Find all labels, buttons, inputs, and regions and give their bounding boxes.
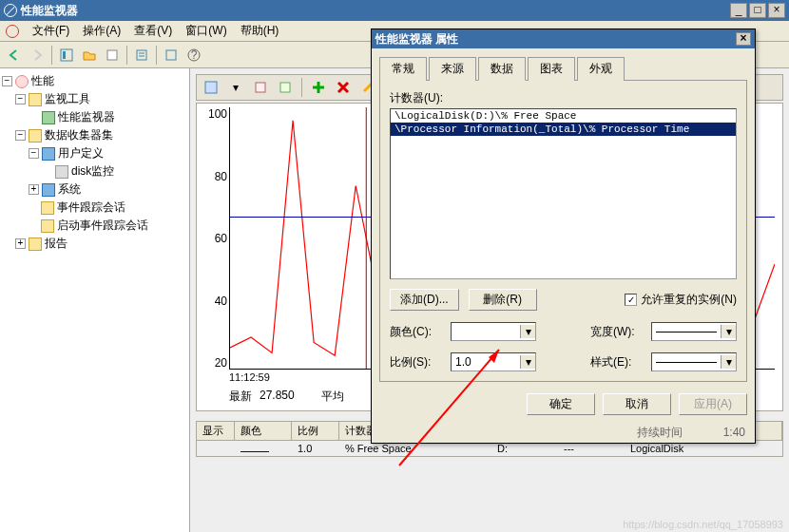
perf-root-icon bbox=[15, 75, 29, 88]
tree-perfmon[interactable]: 性能监视器 bbox=[58, 109, 115, 125]
svg-rect-6 bbox=[166, 50, 176, 60]
add-counter-button[interactable] bbox=[308, 77, 329, 98]
tab-data[interactable]: 数据 bbox=[478, 57, 526, 81]
tree-system[interactable]: 系统 bbox=[58, 181, 81, 198]
col-show[interactable]: 显示 bbox=[197, 422, 235, 440]
color-label: 颜色(C): bbox=[390, 324, 443, 340]
chevron-down-icon[interactable]: ▾ bbox=[721, 325, 736, 338]
allow-dup-checkbox[interactable]: ✓ 允许重复的实例(N) bbox=[625, 292, 737, 308]
menu-view[interactable]: 查看(V) bbox=[134, 23, 172, 39]
folder-icon bbox=[29, 238, 42, 251]
remove-button[interactable]: 删除(R) bbox=[469, 289, 537, 311]
user-defined-icon bbox=[42, 147, 55, 161]
app-icon bbox=[4, 4, 17, 17]
menu-action[interactable]: 操作(A) bbox=[83, 23, 121, 39]
menu-help[interactable]: 帮助(H) bbox=[241, 23, 279, 39]
menu-window[interactable]: 窗口(W) bbox=[185, 23, 226, 39]
maximize-button[interactable]: □ bbox=[749, 3, 766, 18]
system-icon bbox=[42, 183, 55, 197]
ok-button[interactable]: 确定 bbox=[527, 393, 595, 415]
persist-value: 1:40 bbox=[723, 426, 745, 439]
tree-monitor-tools[interactable]: 监视工具 bbox=[45, 91, 90, 107]
svg-rect-1 bbox=[63, 51, 66, 59]
app-menu-icon bbox=[6, 25, 19, 38]
tab-appearance[interactable]: 外观 bbox=[577, 57, 625, 81]
tree-user-defined[interactable]: 用户定义 bbox=[58, 145, 104, 162]
svg-rect-10 bbox=[256, 83, 265, 92]
watermark: https://blog.csdn.net/qq_17058993 bbox=[623, 519, 783, 530]
tree-root[interactable]: 性能 bbox=[31, 73, 54, 89]
scale-combo[interactable]: 1.0 ▾ bbox=[451, 352, 536, 371]
freeze-button[interactable] bbox=[275, 77, 296, 98]
clear-button[interactable] bbox=[250, 77, 271, 98]
close-button[interactable]: × bbox=[768, 3, 785, 18]
chevron-down-icon[interactable]: ▾ bbox=[520, 355, 535, 369]
tab-source[interactable]: 来源 bbox=[429, 57, 476, 81]
chevron-down-icon[interactable]: ▾ bbox=[520, 325, 535, 338]
tree-collapse-icon[interactable]: − bbox=[29, 148, 39, 159]
show-hide-tree-button[interactable] bbox=[56, 45, 77, 66]
properties-button[interactable] bbox=[131, 45, 152, 66]
width-combo[interactable]: ▾ bbox=[651, 322, 737, 341]
tree-event-trace[interactable]: 事件跟踪会话 bbox=[57, 200, 125, 216]
forward-button[interactable] bbox=[27, 45, 48, 66]
dataset-icon bbox=[55, 165, 68, 179]
col-color[interactable]: 颜色 bbox=[235, 422, 292, 440]
style-label: 样式(E): bbox=[590, 354, 644, 370]
latest-label: 最新 bbox=[229, 389, 252, 405]
counters-label: 计数器(U): bbox=[390, 90, 737, 106]
apply-button[interactable]: 应用(A) bbox=[679, 393, 747, 415]
cancel-button[interactable]: 取消 bbox=[603, 393, 671, 415]
style-sample bbox=[656, 362, 717, 363]
open-button[interactable] bbox=[79, 45, 100, 66]
persist-label: 持续时间 bbox=[637, 426, 683, 439]
tree-expand-icon[interactable]: + bbox=[29, 184, 39, 195]
view-type-button[interactable] bbox=[201, 77, 221, 98]
tree-startup-trace[interactable]: 启动事件跟踪会话 bbox=[57, 218, 148, 234]
tree-collector-sets[interactable]: 数据收集器集 bbox=[45, 127, 113, 143]
tree-collapse-icon[interactable]: − bbox=[15, 130, 26, 141]
refresh-button[interactable] bbox=[161, 45, 182, 66]
back-button[interactable] bbox=[4, 45, 25, 66]
tree-disk-monitor[interactable]: disk监控 bbox=[71, 163, 114, 180]
width-label: 宽度(W): bbox=[590, 324, 644, 340]
counter-item[interactable]: \LogicalDisk(D:)\% Free Space bbox=[391, 109, 736, 123]
monitor-icon bbox=[42, 111, 55, 124]
export-button[interactable] bbox=[102, 45, 123, 66]
counters-list[interactable]: \LogicalDisk(D:)\% Free Space \Processor… bbox=[390, 108, 737, 279]
style-combo[interactable]: ▾ bbox=[651, 352, 737, 371]
delete-counter-button[interactable] bbox=[333, 77, 354, 98]
menu-file[interactable]: 文件(F) bbox=[32, 23, 69, 39]
folder-icon bbox=[29, 93, 42, 106]
x-start-label: 11:12:59 bbox=[229, 371, 270, 383]
latest-value: 27.850 bbox=[260, 389, 295, 405]
scale-value: 1.0 bbox=[452, 355, 520, 369]
tab-chart[interactable]: 图表 bbox=[528, 57, 575, 81]
view-dropdown[interactable]: ▾ bbox=[225, 77, 246, 98]
y-axis: 100 80 60 40 20 bbox=[201, 107, 227, 370]
svg-rect-11 bbox=[280, 83, 290, 92]
add-button[interactable]: 添加(D)... bbox=[390, 289, 459, 311]
tree-reports[interactable]: 报告 bbox=[45, 236, 67, 252]
tree-expand-icon[interactable]: + bbox=[15, 238, 26, 249]
color-combo[interactable]: ▾ bbox=[451, 322, 536, 341]
minimize-button[interactable]: _ bbox=[730, 3, 747, 18]
counter-item-selected[interactable]: \Processor Information(_Total)\% Process… bbox=[391, 123, 736, 136]
dialog-title: 性能监视器 属性 bbox=[375, 31, 458, 48]
svg-rect-2 bbox=[107, 50, 117, 60]
tab-general[interactable]: 常规 bbox=[379, 57, 427, 81]
tree-collapse-icon[interactable]: − bbox=[2, 76, 12, 86]
chevron-down-icon[interactable]: ▾ bbox=[721, 355, 736, 369]
col-scale[interactable]: 比例 bbox=[292, 422, 339, 440]
dialog-close-button[interactable]: × bbox=[736, 32, 751, 46]
avg-label: 平均 bbox=[321, 389, 344, 405]
svg-text:?: ? bbox=[191, 48, 198, 62]
tree-collapse-icon[interactable]: − bbox=[15, 94, 26, 104]
tree-panel: −性能 −监视工具 性能监视器 −数据收集器集 −用户定义 disk监控 +系统… bbox=[0, 68, 190, 532]
folder-icon bbox=[41, 201, 54, 215]
dialog-titlebar[interactable]: 性能监视器 属性 × bbox=[372, 29, 755, 48]
help-button[interactable]: ? bbox=[183, 45, 204, 66]
window-titlebar: 性能监视器 _ □ × bbox=[0, 0, 789, 21]
checkbox-icon: ✓ bbox=[625, 294, 637, 306]
scale-label: 比例(S): bbox=[390, 354, 443, 370]
